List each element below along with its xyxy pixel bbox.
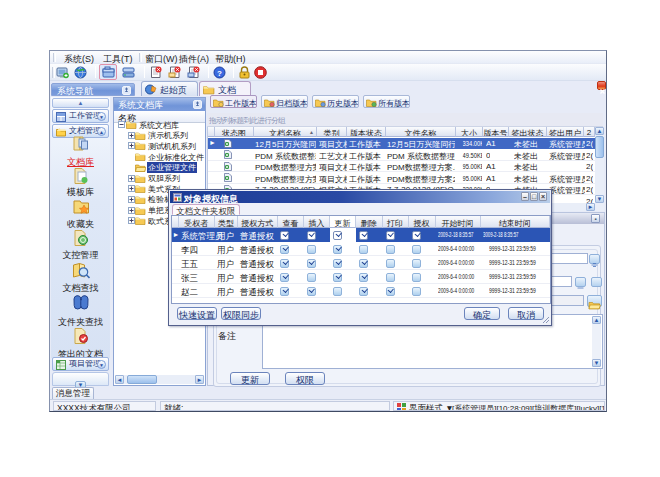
svg-text:?: ? [217,69,222,78]
